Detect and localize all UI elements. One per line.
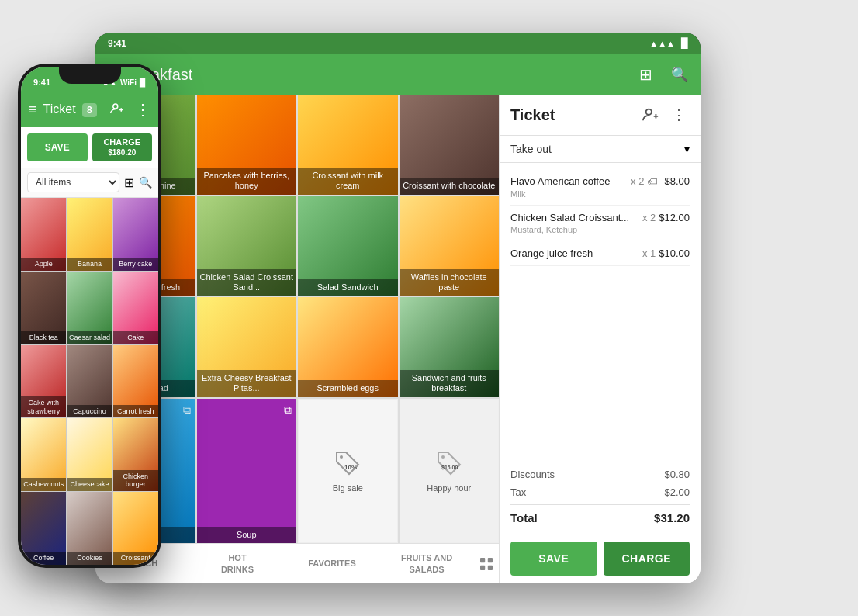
phone-time: 9:41	[33, 78, 50, 87]
food-item-cheesy[interactable]: Extra Cheesy Breakfast Pitas...	[197, 297, 297, 397]
food-item-croissant-cream-label: Croissant with milk cream	[298, 168, 398, 194]
more-options-button[interactable]: ⋮	[668, 104, 690, 126]
phone-food-carrot-label: Carrot fresh	[113, 405, 158, 418]
phone-food-coffee-label: Coffee	[21, 552, 66, 565]
phone-more-icon[interactable]: ⋮	[135, 100, 150, 119]
ticket-title: Ticket	[510, 106, 640, 124]
ticket-panel: Ticket ⋮	[499, 95, 701, 583]
phone-menu-icon[interactable]: ≡	[29, 102, 37, 118]
discounts-value: $0.80	[664, 469, 690, 480]
ticket-item-oj-qty: x 1	[642, 247, 656, 259]
food-item-croissant-choc[interactable]: Croissant with chocolate	[400, 95, 500, 195]
phone-food-chicken-burg-label: Chicken burger	[113, 470, 158, 492]
ticket-save-button[interactable]: SAVE	[510, 542, 597, 576]
food-item-croissant-cream[interactable]: Croissant with milk cream	[298, 95, 398, 195]
phone-food-caesar-label: Caesar salad	[67, 331, 112, 344]
phone-food-cake-straw-label: Cake with strawberry	[21, 396, 66, 418]
phone-food-apple-label: Apple	[21, 258, 66, 271]
phone-food-item-cashew[interactable]: Cashew nuts	[21, 418, 66, 491]
search-icon[interactable]: 🔍	[671, 66, 688, 83]
ticket-item-coffee-name: Flavo American coffee	[510, 175, 628, 187]
happy-hour-label: Happy hour	[427, 483, 471, 493]
phone-food-item-croissant[interactable]: Croissant	[113, 492, 158, 565]
tablet-battery-icon: ▉	[681, 38, 688, 49]
food-item-pancakes[interactable]: Pancakes with berries, honey	[197, 95, 297, 195]
total-label: Total	[510, 511, 538, 524]
tab-hot-drinks[interactable]: HOTDRINKS	[190, 546, 285, 581]
total-value: $31.20	[654, 511, 690, 524]
ticket-item-chicken[interactable]: Chicken Salad Croissant... x 2 $12.00 Mu…	[510, 206, 690, 241]
tax-value: $2.00	[664, 486, 690, 498]
tab-fruits-salads[interactable]: FRUITS ANDSALADS	[379, 546, 474, 581]
grid-view-icon[interactable]	[474, 544, 499, 584]
ticket-icons: ⋮	[640, 104, 690, 126]
phone-food-item-chicken-burg[interactable]: Chicken burger	[113, 418, 158, 491]
phone-food-item-caesar[interactable]: Caesar salad	[67, 272, 112, 344]
phone-food-item-capuccino[interactable]: Capuccino	[67, 345, 112, 418]
phone-food-item-black-tea[interactable]: Black tea	[21, 272, 66, 344]
food-item-scrambled[interactable]: Scrambled eggs	[298, 297, 398, 397]
soup-copy-icon: ⧉	[284, 403, 292, 417]
food-item-salad-sand[interactable]: Salad Sandwich	[298, 196, 398, 296]
phone-wifi-icon: WiFi	[120, 78, 137, 87]
phone-food-black-tea-label: Black tea	[21, 331, 66, 344]
phone-save-button[interactable]: SAVE	[27, 133, 88, 161]
phone-food-item-cheesecake[interactable]: Cheesecake	[67, 418, 112, 491]
phone-add-person-icon[interactable]	[110, 102, 124, 118]
tab-favorites[interactable]: FAVORITES	[285, 552, 379, 575]
svg-point-11	[113, 104, 118, 109]
phone-food-item-apple[interactable]: Apple	[21, 198, 66, 271]
phone-food-item-berry[interactable]: Berry cake	[113, 198, 158, 271]
ticket-item-coffee-qty: x 2	[631, 175, 644, 187]
phone-food-item-coffee[interactable]: Coffee	[21, 492, 66, 565]
food-item-sandwich-fruits[interactable]: Sandwich and fruits breakfast	[400, 297, 500, 397]
phone-food-item-cake-straw[interactable]: Cake with strawberry	[21, 345, 66, 418]
ticket-item-oj[interactable]: Orange juice fresh x 1 $10.00	[510, 241, 690, 266]
seafood-copy-icon: ⧉	[183, 403, 191, 417]
tablet-header: Breakfast ⊞ 🔍	[95, 54, 701, 95]
svg-text:$16.00: $16.00	[441, 465, 458, 471]
ticket-item-coffee[interactable]: Flavo American coffee x 2 🏷 $8.00 Milk	[510, 169, 690, 206]
food-item-happy-hour[interactable]: $16.00 Happy hour	[400, 399, 500, 544]
food-item-scrambled-label: Scrambled eggs	[298, 380, 398, 396]
phone-food-berry-label: Berry cake	[113, 258, 158, 271]
food-item-big-sale[interactable]: 10% Big sale	[298, 399, 398, 544]
svg-rect-7	[488, 565, 493, 569]
phone-search-icon[interactable]: 🔍	[139, 176, 152, 189]
phone-filter-select[interactable]: All items	[27, 172, 119, 192]
tablet-header-title: Breakfast	[127, 66, 630, 84]
order-type-label: Take out	[510, 143, 552, 155]
tax-row: Tax $2.00	[510, 483, 690, 501]
food-item-sandwich-fruits-label: Sandwich and fruits breakfast	[400, 370, 500, 396]
scan-icon[interactable]: ⊞	[639, 65, 652, 84]
phone-food-item-cake[interactable]: Cake	[113, 272, 158, 344]
add-person-button[interactable]	[640, 104, 662, 126]
ticket-item-coffee-price: $8.00	[664, 175, 690, 187]
ticket-item-chicken-price: $12.00	[659, 212, 690, 223]
food-item-soup[interactable]: ⧉ Soup	[197, 399, 297, 544]
phone-food-item-banana[interactable]: Banana	[67, 198, 112, 271]
svg-point-0	[340, 455, 343, 459]
ticket-actions: SAVE CHARGE	[500, 534, 701, 583]
svg-point-8	[646, 109, 652, 115]
food-item-croissant-choc-label: Croissant with chocolate	[400, 178, 500, 194]
discounts-row: Discounts $0.80	[510, 465, 690, 483]
ticket-item-chicken-qty: x 2	[642, 212, 656, 223]
food-item-waffles[interactable]: Waffles in chocolate paste	[400, 196, 500, 296]
svg-rect-5	[488, 558, 493, 562]
phone-scan-icon[interactable]: ⊞	[124, 175, 134, 190]
tablet: 9:41 ▲▲▲ ▉ Breakfast ⊞ 🔍 tea with jasmin…	[95, 33, 701, 583]
order-type-select[interactable]: Take out	[510, 142, 690, 156]
happy-hour-tag-icon: $16.00	[435, 449, 463, 477]
big-sale-tag-icon: 10%	[334, 449, 362, 477]
phone-food-item-cookies[interactable]: Cookies	[67, 492, 112, 565]
discounts-label: Discounts	[510, 469, 555, 480]
phone-charge-amount: $180.20	[108, 148, 136, 157]
ticket-order-type[interactable]: Take out	[500, 136, 701, 163]
food-item-salad-sand-label: Salad Sandwich	[298, 279, 398, 296]
phone-food-item-carrot[interactable]: Carrot fresh	[113, 345, 158, 418]
food-item-chicken-sand[interactable]: Chicken Salad Croissant Sand...	[197, 196, 297, 296]
phone-charge-button[interactable]: CHARGE $180.20	[92, 133, 153, 161]
phone-food-banana-label: Banana	[67, 258, 112, 271]
ticket-charge-button[interactable]: CHARGE	[604, 542, 690, 576]
